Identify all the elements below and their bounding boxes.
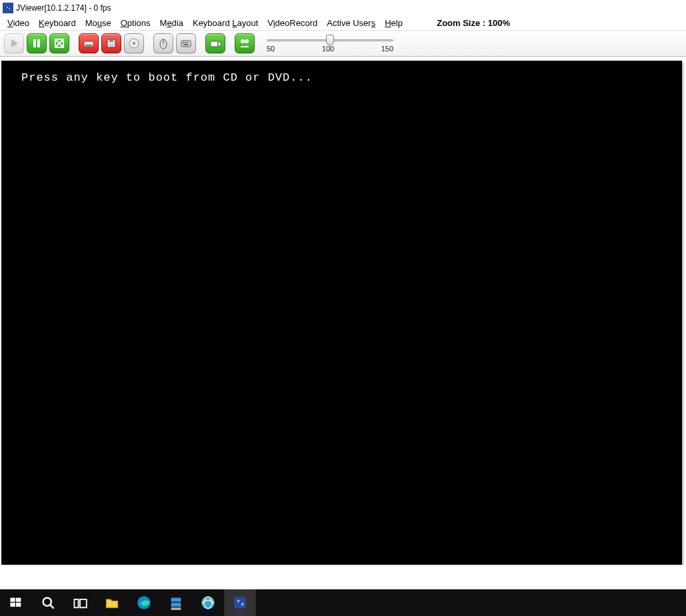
ie-icon bbox=[201, 595, 215, 610]
start-button[interactable] bbox=[0, 589, 32, 616]
disc-button[interactable] bbox=[124, 33, 144, 53]
toolbar-separator bbox=[228, 35, 232, 52]
svg-rect-0 bbox=[5, 5, 11, 11]
zoom-size-label: Zoom Size : 100% bbox=[437, 18, 510, 28]
users-button[interactable] bbox=[235, 33, 255, 53]
toolbar-separator bbox=[147, 35, 151, 52]
menu-active-users[interactable]: Active Users bbox=[322, 17, 380, 29]
mouse-button[interactable] bbox=[153, 33, 173, 53]
jviewer-app[interactable] bbox=[224, 589, 256, 616]
zoom-slider[interactable] bbox=[267, 37, 393, 43]
window-gap bbox=[0, 565, 686, 589]
record-button[interactable] bbox=[205, 33, 225, 53]
menu-keyboard-layout[interactable]: Keyboard Layout bbox=[188, 17, 263, 29]
remote-console[interactable]: Press any key to boot from CD or DVD... bbox=[1, 61, 682, 565]
cdrom-button[interactable] bbox=[79, 33, 99, 53]
search-button[interactable] bbox=[32, 589, 64, 616]
fullscreen-button[interactable] bbox=[49, 33, 69, 53]
edge-app[interactable] bbox=[128, 589, 160, 616]
window-title: JViewer[10.1.2.174] - 0 fps bbox=[16, 3, 111, 13]
svg-point-2 bbox=[9, 8, 10, 9]
drive-icon bbox=[83, 37, 95, 49]
server-icon bbox=[169, 595, 183, 610]
taskview-icon bbox=[73, 595, 87, 610]
toolbar-separator bbox=[72, 35, 76, 52]
toolbar: 50 100 150 bbox=[0, 30, 686, 57]
menu-video[interactable]: Video bbox=[3, 17, 34, 29]
menu-mouse[interactable]: Mouse bbox=[81, 17, 116, 29]
windows-icon bbox=[9, 595, 23, 610]
mouse-icon bbox=[157, 37, 169, 49]
menu-keyboard[interactable]: Keyboard bbox=[34, 17, 81, 29]
keyboard-icon bbox=[180, 37, 192, 49]
zoom-slider-zone: 50 100 150 bbox=[267, 34, 393, 53]
svg-point-1 bbox=[7, 7, 8, 8]
menu-help[interactable]: Help bbox=[380, 17, 407, 29]
server-manager-app[interactable] bbox=[160, 589, 192, 616]
slider-tick-mid: 100 bbox=[322, 45, 334, 53]
floppy-button[interactable] bbox=[101, 33, 121, 53]
ie-app[interactable] bbox=[192, 589, 224, 616]
folder-icon bbox=[105, 595, 119, 610]
titlebar: JViewer[10.1.2.174] - 0 fps bbox=[0, 0, 686, 15]
search-icon bbox=[41, 595, 55, 610]
console-text: Press any key to boot from CD or DVD... bbox=[21, 71, 313, 84]
floppy-icon bbox=[105, 37, 117, 49]
slider-tick-min: 50 bbox=[267, 45, 275, 53]
menu-videorecord[interactable]: VideoRecord bbox=[263, 17, 322, 29]
pause-icon bbox=[31, 37, 43, 49]
menu-media[interactable]: Media bbox=[155, 17, 188, 29]
fullscreen-icon bbox=[53, 37, 65, 49]
zoom-slider-ticks: 50 100 150 bbox=[267, 45, 393, 53]
slider-tick-max: 150 bbox=[381, 45, 393, 53]
menu-options[interactable]: Options bbox=[116, 17, 155, 29]
users-icon bbox=[239, 37, 251, 49]
file-explorer-app[interactable] bbox=[96, 589, 128, 616]
play-button bbox=[4, 33, 24, 53]
task-view-button[interactable] bbox=[64, 589, 96, 616]
toolbar-separator bbox=[199, 35, 203, 52]
app-icon bbox=[3, 3, 13, 13]
disc-icon bbox=[128, 37, 140, 49]
play-icon bbox=[8, 37, 20, 49]
taskbar bbox=[0, 589, 686, 616]
menubar: VideoKeyboardMouseOptionsMediaKeyboard L… bbox=[0, 15, 686, 30]
keyboard-button[interactable] bbox=[176, 33, 196, 53]
jviewer-icon bbox=[233, 595, 247, 610]
zoom-slider-thumb[interactable] bbox=[326, 35, 334, 45]
pause-button[interactable] bbox=[27, 33, 47, 53]
edge-icon bbox=[137, 595, 151, 610]
camera-icon bbox=[209, 37, 221, 49]
